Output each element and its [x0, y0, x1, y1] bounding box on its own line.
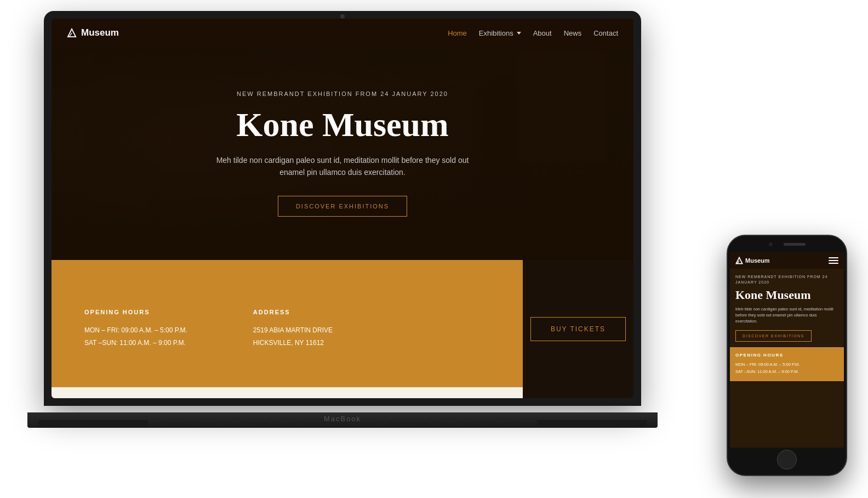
phone: Museum NEW REMBRANDT EXHIBITION FROM 24 …: [727, 235, 847, 476]
laptop-base: [27, 412, 658, 428]
hero-subtitle: NEW REMBRANDT EXHIBITION FROM 24 JANUARY…: [237, 90, 448, 97]
phone-opening-hours-title: OPENING HOURS: [735, 353, 838, 358]
info-bar: OPENING HOURS MON – FRI: 09:00 A.M. – 5:…: [52, 260, 633, 398]
laptop-camera: [340, 14, 345, 19]
nav-news[interactable]: News: [564, 29, 582, 37]
address-title: ADDRESS: [253, 309, 333, 315]
opening-hours-section: OPENING HOURS MON – FRI: 09:00 A.M. – 5:…: [84, 309, 187, 349]
scene: Museum Home Exhibitions About News Conta…: [0, 0, 868, 498]
phone-speaker: [784, 243, 806, 246]
phone-hero-subtitle: NEW REMBRANDT EXHIBITION FROM 24 JANUARY…: [735, 274, 838, 285]
phone-discover-exhibitions-button[interactable]: DISCOVER EXHIBITIONS: [735, 330, 812, 342]
nav-about[interactable]: About: [533, 29, 552, 37]
address-text: 2519 ABIA MARTIN DRIVE HICKSVILLE, NY 11…: [253, 324, 333, 349]
phone-info-bar: OPENING HOURS MON – FRI: 09:00 A.M. – 5:…: [730, 347, 844, 381]
info-cream-strip: [52, 387, 523, 398]
address-section: ADDRESS 2519 ABIA MARTIN DRIVE HICKSVILL…: [253, 309, 333, 349]
phone-body: Museum NEW REMBRANDT EXHIBITION FROM 24 …: [727, 235, 847, 476]
laptop: Museum Home Exhibitions About News Conta…: [44, 11, 641, 439]
phone-screen: Museum NEW REMBRANDT EXHIBITION FROM 24 …: [730, 252, 844, 448]
phone-camera: [769, 242, 773, 246]
phone-hero: NEW REMBRANDT EXHIBITION FROM 24 JANUARY…: [730, 269, 844, 347]
info-bar-dark: BUY TICKETS: [523, 260, 633, 398]
laptop-body: Museum Home Exhibitions About News Conta…: [44, 11, 641, 406]
site-nav: Museum Home Exhibitions About News Conta…: [52, 19, 633, 47]
laptop-foot-right: [537, 420, 647, 428]
info-bar-gold: OPENING HOURS MON – FRI: 09:00 A.M. – 5:…: [52, 260, 523, 398]
nav-home[interactable]: Home: [448, 29, 467, 37]
phone-hero-description: Meh tilde non cardigan paleo sunt id, me…: [735, 306, 838, 325]
phone-opening-hours-text: MON – FRI: 09:00 A.M. – 5:00 P.M. SAT –S…: [735, 361, 838, 376]
hero-title: Kone Museum: [236, 106, 449, 143]
hero-content: NEW REMBRANDT EXHIBITION FROM 24 JANUARY…: [52, 47, 633, 260]
phone-home-button[interactable]: [777, 450, 797, 469]
buy-tickets-button[interactable]: BUY TICKETS: [530, 317, 626, 341]
laptop-foot-left: [38, 420, 148, 428]
site-logo: Museum: [67, 27, 119, 38]
hamburger-menu-icon[interactable]: [829, 257, 838, 264]
opening-hours-title: OPENING HOURS: [84, 309, 187, 315]
opening-hours-text: MON – FRI: 09:00 A.M. – 5:00 P.M. SAT –S…: [84, 324, 187, 349]
museum-logo-icon: [67, 28, 77, 38]
hero-description: Meh tilde non cardigan paleo sunt id, me…: [205, 154, 479, 179]
nav-links: Home Exhibitions About News Contact: [448, 29, 618, 37]
nav-contact[interactable]: Contact: [593, 29, 618, 37]
chevron-down-icon: [517, 32, 521, 35]
phone-notch-area: [728, 236, 846, 252]
phone-logo: Museum: [735, 257, 770, 264]
laptop-screen: Museum Home Exhibitions About News Conta…: [52, 19, 633, 398]
phone-nav: Museum: [730, 252, 844, 269]
discover-exhibitions-button[interactable]: DISCOVER EXHIBITIONS: [278, 196, 407, 217]
phone-hero-title: Kone Museum: [735, 288, 838, 302]
logo-text: Museum: [81, 27, 119, 38]
nav-exhibitions[interactable]: Exhibitions: [479, 29, 521, 37]
phone-logo-icon: [735, 257, 743, 264]
